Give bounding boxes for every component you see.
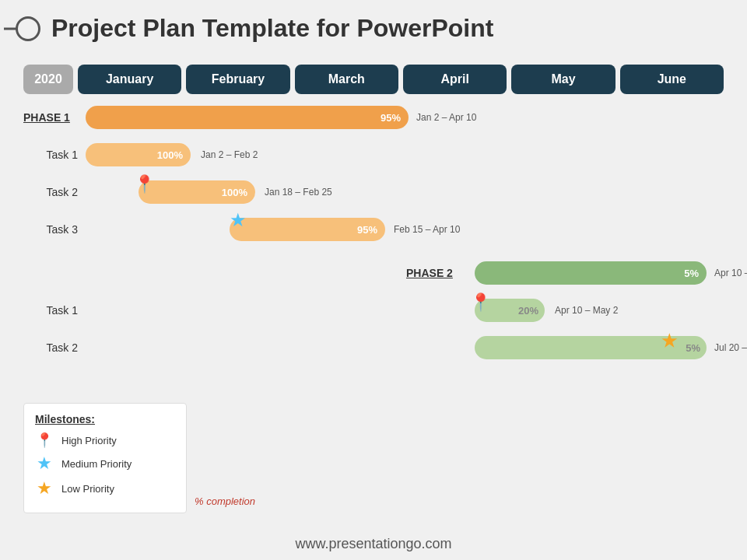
month-april: April bbox=[403, 65, 507, 94]
month-january: January bbox=[78, 65, 181, 94]
phase1-task3-bar: 95% bbox=[230, 218, 385, 241]
phase2-pct: 5% bbox=[684, 268, 699, 279]
phase1-task3-label: Task 3 bbox=[23, 223, 86, 236]
blue-star-legend-icon: ★ bbox=[35, 453, 54, 474]
red-pin-icon: 📍 bbox=[134, 174, 155, 194]
month-february: February bbox=[186, 65, 289, 94]
phase1-task1-label: Task 1 bbox=[23, 149, 86, 161]
phase2-task1-dates: Apr 10 – May 2 bbox=[555, 305, 618, 316]
phase1-task2-bar: 📍 100% bbox=[139, 180, 255, 204]
month-bar: 2020 January February March April May Ju… bbox=[0, 65, 747, 94]
year-badge: 2020 bbox=[23, 65, 73, 94]
phase2-task2-row: Task 2 ★ 5% Jul 20 – Jun 10 bbox=[23, 331, 724, 365]
gantt-chart: PHASE 1 95% Jan 2 – Apr 10 Task 1 100% J… bbox=[23, 100, 724, 357]
header: Project Plan Template for PowerPoint bbox=[0, 0, 747, 51]
phase2-bar: 5% bbox=[475, 261, 707, 285]
phase2-row: PHASE 2 5% Apr 10 – Jun 10 bbox=[23, 256, 724, 290]
phase1-row: PHASE 1 95% Jan 2 – Apr 10 bbox=[23, 100, 724, 135]
phase2-task1-label: Task 1 bbox=[23, 304, 86, 317]
phase1-pct: 95% bbox=[381, 112, 401, 124]
phase1-task2-row: Task 2 📍 100% Jan 18 – Feb 25 bbox=[23, 175, 724, 209]
red-pin-icon-2: 📍 bbox=[470, 292, 491, 313]
header-icon bbox=[16, 16, 40, 41]
phase1-task1-bar: 100% bbox=[86, 143, 191, 166]
gold-star-icon-bar: ★ bbox=[661, 331, 677, 352]
month-june: June bbox=[620, 65, 724, 94]
footer: www.presentationgo.com bbox=[0, 536, 747, 552]
phase2-task2-pct: 5% bbox=[686, 342, 700, 354]
legend-low-label: Low Priority bbox=[61, 483, 114, 495]
phase2-dates: Apr 10 – Jun 10 bbox=[714, 268, 747, 278]
phase1-task1-row: Task 1 100% Jan 2 – Feb 2 bbox=[23, 138, 724, 172]
pct-completion-note: % completion bbox=[195, 495, 255, 507]
blue-star-icon: ★ bbox=[230, 209, 247, 231]
phase1-task3-pct: 95% bbox=[357, 224, 377, 236]
red-pin-legend-icon: 📍 bbox=[35, 432, 54, 449]
phase1-label: PHASE 1 bbox=[23, 111, 86, 124]
phase2-task2-label: Task 2 bbox=[23, 341, 86, 354]
phase1-bar: 95% bbox=[86, 106, 409, 129]
gold-star-legend-icon: ★ bbox=[35, 478, 54, 499]
phase2-task1-row: Task 1 📍 20% Apr 10 – May 2 bbox=[23, 293, 724, 327]
phase1-task1-dates: Jan 2 – Feb 2 bbox=[201, 149, 258, 160]
phase1-task3-dates: Feb 15 – Apr 10 bbox=[394, 224, 460, 235]
legend-box: Milestones: 📍 High Priority ★ Medium Pri… bbox=[23, 403, 187, 513]
month-march: March bbox=[295, 65, 398, 94]
phase1-task2-dates: Jan 18 – Feb 25 bbox=[265, 187, 332, 198]
phase2-task1-pct: 20% bbox=[518, 305, 538, 317]
phase1-dates: Jan 2 – Apr 10 bbox=[416, 112, 476, 123]
phase2-task2-dates: Jul 20 – Jun 10 bbox=[714, 342, 747, 353]
legend-medium-label: Medium Priority bbox=[61, 458, 132, 470]
legend-title: Milestones: bbox=[35, 413, 170, 425]
phase2-task1-bar: 📍 20% bbox=[475, 299, 545, 322]
legend-item-medium: ★ Medium Priority bbox=[35, 453, 170, 474]
legend-item-high: 📍 High Priority bbox=[35, 432, 170, 449]
phase1-task3-row: Task 3 ★ 95% Feb 15 – Apr 10 bbox=[23, 212, 724, 247]
phase1-task2-label: Task 2 bbox=[23, 186, 86, 198]
phase1-task1-pct: 100% bbox=[157, 149, 183, 161]
month-may: May bbox=[511, 65, 615, 94]
phase2-task2-bar: ★ 5% bbox=[475, 336, 707, 359]
legend-high-label: High Priority bbox=[61, 435, 117, 446]
phase1-task2-pct: 100% bbox=[222, 187, 247, 198]
legend-item-low: ★ Low Priority bbox=[35, 478, 170, 499]
footer-text: www.presentationgo.com bbox=[295, 536, 451, 551]
page-title: Project Plan Template for PowerPoint bbox=[51, 14, 493, 43]
